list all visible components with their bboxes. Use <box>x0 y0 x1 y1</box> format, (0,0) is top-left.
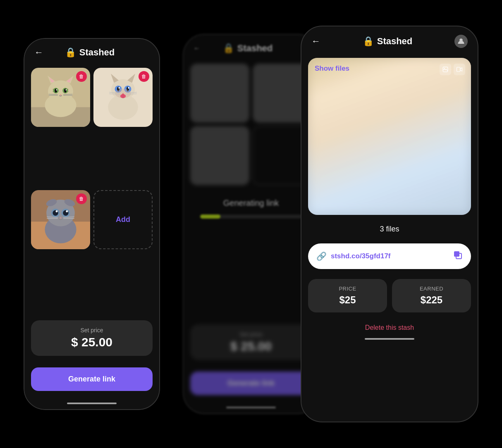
media-icons <box>440 64 465 75</box>
earned-stat-box: Earned $225 <box>392 279 471 312</box>
link-chain-icon: 🔗 <box>316 251 327 261</box>
delete-badge-1[interactable]: 🗑 <box>76 71 87 82</box>
back-button-2[interactable]: ← <box>194 45 200 52</box>
blur-cell-1 <box>190 64 249 123</box>
earned-stat-label: Earned <box>400 286 463 292</box>
generate-link-button[interactable]: Generate link <box>31 367 153 391</box>
link-url[interactable]: stshd.co/35gfd17f <box>331 252 449 260</box>
lock-icon-2: 🔒 <box>223 43 234 54</box>
home-bar-2 <box>226 407 276 408</box>
svg-rect-62 <box>457 67 460 72</box>
phone2-header: ← 🔒 Stashed <box>184 35 318 59</box>
title-text-3: Stashed <box>377 36 413 47</box>
preview-box[interactable]: Show files <box>308 58 471 215</box>
show-files-label[interactable]: Show files <box>315 64 349 73</box>
link-box[interactable]: 🔗 stshd.co/35gfd17f <box>308 243 471 269</box>
svg-point-3 <box>48 81 73 102</box>
blurred-images <box>184 59 318 190</box>
svg-point-15 <box>64 89 67 93</box>
image-cell-1[interactable]: 🗑 <box>31 68 90 127</box>
price-stat-value: $25 <box>316 294 379 306</box>
blurred-cat-preview <box>308 58 471 215</box>
price-section[interactable]: Set price $ 25.00 <box>31 320 153 356</box>
app-title-2: 🔒 Stashed <box>223 43 273 54</box>
files-count: 3 files <box>301 225 478 234</box>
svg-point-14 <box>55 89 57 93</box>
blur-cell-3 <box>190 126 249 185</box>
progress-bar <box>200 214 302 219</box>
delete-badge-2[interactable]: 🗑 <box>139 71 149 82</box>
generating-section: Generating link <box>184 190 318 318</box>
phone3-header: ← 🔒 Stashed <box>301 26 478 53</box>
price-value: $ 25.00 <box>39 335 144 349</box>
app-title-3: 🔒 Stashed <box>363 36 413 47</box>
video-icon[interactable] <box>454 64 465 75</box>
phone-generating: ← 🔒 Stashed Generating link Set price $ … <box>183 34 319 414</box>
title-text-2: Stashed <box>237 43 273 54</box>
generating-text: Generating link <box>192 198 310 208</box>
svg-point-52 <box>56 210 58 212</box>
svg-point-32 <box>118 87 120 89</box>
generate-btn-blurred: Generate link <box>190 372 312 395</box>
image-cell-3[interactable]: 🗑 <box>31 190 90 249</box>
svg-point-17 <box>65 89 67 91</box>
svg-point-33 <box>128 87 129 89</box>
earned-stat-value: $225 <box>400 294 463 306</box>
home-bar-3 <box>365 338 414 340</box>
image-cell-2[interactable]: 🗑 <box>93 68 153 127</box>
phone-create: ← 🔒 Stashed 🗑 <box>24 38 160 410</box>
price-stat-box: Price $25 <box>308 279 387 312</box>
profile-icon[interactable] <box>454 35 468 48</box>
delete-badge-3[interactable]: 🗑 <box>76 193 87 204</box>
price-section-blurred: Set price $ 25.00 <box>190 324 312 360</box>
copy-icon[interactable] <box>453 250 463 262</box>
lock-icon-3: 🔒 <box>363 36 374 47</box>
add-image-button[interactable]: Add <box>93 190 153 249</box>
phone1-header: ← 🔒 Stashed <box>24 39 159 63</box>
price-stat-label: Price <box>316 286 379 292</box>
price-label: Set price <box>39 327 144 334</box>
delete-stash-button[interactable]: Delete this stash <box>301 317 478 338</box>
svg-point-53 <box>66 210 68 212</box>
svg-rect-65 <box>454 251 459 257</box>
back-button-3[interactable]: ← <box>311 36 320 47</box>
home-bar-1 <box>67 403 117 404</box>
stats-row: Price $25 Earned $225 <box>308 279 471 312</box>
app-title-1: 🔒 Stashed <box>65 47 115 58</box>
image-icon[interactable] <box>440 64 451 75</box>
title-text-1: Stashed <box>79 47 115 58</box>
images-grid: 🗑 <box>24 63 159 314</box>
progress-fill <box>200 214 220 219</box>
svg-point-16 <box>56 89 57 91</box>
back-button-1[interactable]: ← <box>34 47 43 58</box>
lock-icon-1: 🔒 <box>65 47 76 58</box>
phone-detail: ← 🔒 Stashed Show files <box>301 26 478 422</box>
svg-marker-63 <box>460 68 462 71</box>
